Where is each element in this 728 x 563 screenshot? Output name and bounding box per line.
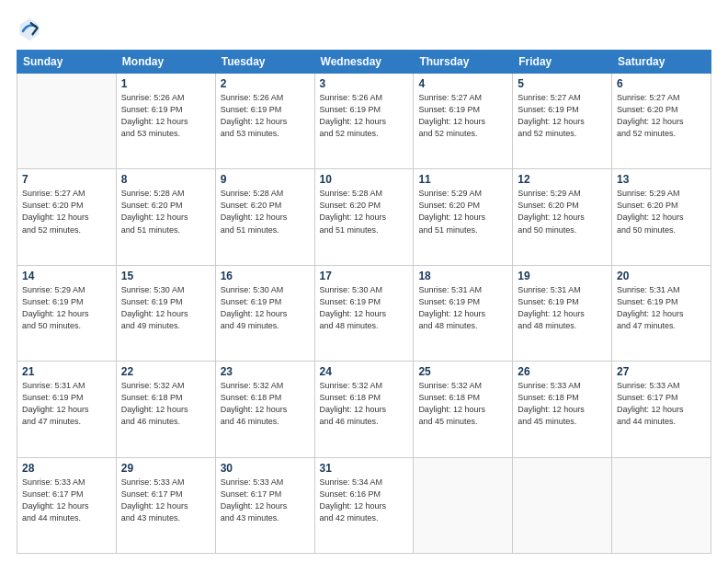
day-info: Sunrise: 5:27 AM Sunset: 6:19 PM Dayligh… — [518, 92, 607, 140]
week-row-1: 1Sunrise: 5:26 AM Sunset: 6:19 PM Daylig… — [17, 74, 711, 169]
calendar-header-wednesday: Wednesday — [314, 51, 414, 74]
calendar-cell: 12Sunrise: 5:29 AM Sunset: 6:20 PM Dayli… — [513, 169, 612, 265]
day-number: 20 — [617, 270, 706, 282]
day-info: Sunrise: 5:31 AM Sunset: 6:19 PM Dayligh… — [418, 284, 507, 332]
day-info: Sunrise: 5:32 AM Sunset: 6:18 PM Dayligh… — [121, 380, 210, 428]
day-number: 31 — [320, 462, 409, 475]
calendar-cell: 2Sunrise: 5:26 AM Sunset: 6:19 PM Daylig… — [215, 74, 314, 169]
day-number: 21 — [22, 365, 111, 378]
logo — [17, 17, 46, 42]
calendar-cell: 30Sunrise: 5:33 AM Sunset: 6:17 PM Dayli… — [215, 457, 314, 553]
calendar-cell — [17, 74, 117, 169]
week-row-5: 28Sunrise: 5:33 AM Sunset: 6:17 PM Dayli… — [17, 457, 711, 553]
day-info: Sunrise: 5:28 AM Sunset: 6:20 PM Dayligh… — [221, 188, 310, 236]
day-info: Sunrise: 5:29 AM Sunset: 6:20 PM Dayligh… — [418, 188, 507, 236]
day-info: Sunrise: 5:27 AM Sunset: 6:20 PM Dayligh… — [617, 92, 706, 140]
logo-icon — [17, 17, 42, 42]
calendar-cell: 23Sunrise: 5:32 AM Sunset: 6:18 PM Dayli… — [215, 362, 314, 457]
calendar-header-saturday: Saturday — [612, 51, 711, 74]
day-info: Sunrise: 5:32 AM Sunset: 6:18 PM Dayligh… — [320, 380, 409, 428]
day-info: Sunrise: 5:29 AM Sunset: 6:20 PM Dayligh… — [617, 188, 706, 236]
day-info: Sunrise: 5:29 AM Sunset: 6:19 PM Dayligh… — [22, 284, 111, 332]
calendar-cell: 14Sunrise: 5:29 AM Sunset: 6:19 PM Dayli… — [17, 265, 117, 361]
day-info: Sunrise: 5:27 AM Sunset: 6:19 PM Dayligh… — [418, 92, 507, 140]
day-number: 8 — [121, 173, 210, 186]
day-info: Sunrise: 5:33 AM Sunset: 6:17 PM Dayligh… — [22, 477, 111, 524]
day-info: Sunrise: 5:28 AM Sunset: 6:20 PM Dayligh… — [121, 188, 210, 236]
calendar-header-tuesday: Tuesday — [215, 51, 314, 74]
calendar-header-friday: Friday — [513, 51, 612, 74]
calendar-cell: 20Sunrise: 5:31 AM Sunset: 6:19 PM Dayli… — [612, 265, 711, 361]
day-info: Sunrise: 5:33 AM Sunset: 6:17 PM Dayligh… — [121, 477, 210, 524]
day-number: 1 — [121, 77, 210, 90]
day-number: 15 — [121, 270, 210, 282]
day-number: 13 — [617, 173, 706, 186]
calendar-header-sunday: Sunday — [17, 51, 117, 74]
calendar-cell: 6Sunrise: 5:27 AM Sunset: 6:20 PM Daylig… — [612, 74, 711, 169]
day-number: 22 — [121, 365, 210, 378]
day-number: 12 — [518, 173, 607, 186]
week-row-2: 7Sunrise: 5:27 AM Sunset: 6:20 PM Daylig… — [17, 169, 711, 265]
day-number: 3 — [320, 77, 409, 90]
calendar-cell: 13Sunrise: 5:29 AM Sunset: 6:20 PM Dayli… — [612, 169, 711, 265]
day-number: 24 — [320, 365, 409, 378]
week-row-3: 14Sunrise: 5:29 AM Sunset: 6:19 PM Dayli… — [17, 265, 711, 361]
calendar-table: SundayMondayTuesdayWednesdayThursdayFrid… — [17, 50, 711, 554]
header — [17, 17, 711, 42]
calendar-header-monday: Monday — [116, 51, 215, 74]
day-number: 27 — [617, 365, 706, 378]
day-number: 16 — [221, 270, 310, 282]
day-info: Sunrise: 5:30 AM Sunset: 6:19 PM Dayligh… — [121, 284, 210, 332]
calendar-cell: 29Sunrise: 5:33 AM Sunset: 6:17 PM Dayli… — [116, 457, 215, 553]
day-number: 19 — [518, 270, 607, 282]
calendar-cell: 21Sunrise: 5:31 AM Sunset: 6:19 PM Dayli… — [17, 362, 117, 457]
day-info: Sunrise: 5:26 AM Sunset: 6:19 PM Dayligh… — [320, 92, 409, 140]
day-info: Sunrise: 5:31 AM Sunset: 6:19 PM Dayligh… — [518, 284, 607, 332]
day-info: Sunrise: 5:32 AM Sunset: 6:18 PM Dayligh… — [418, 380, 507, 428]
day-info: Sunrise: 5:30 AM Sunset: 6:19 PM Dayligh… — [221, 284, 310, 332]
calendar-cell: 3Sunrise: 5:26 AM Sunset: 6:19 PM Daylig… — [314, 74, 414, 169]
day-number: 5 — [518, 77, 607, 90]
day-number: 11 — [418, 173, 507, 186]
day-info: Sunrise: 5:28 AM Sunset: 6:20 PM Dayligh… — [320, 188, 409, 236]
day-number: 29 — [121, 462, 210, 475]
day-number: 30 — [221, 462, 310, 475]
calendar-header-row: SundayMondayTuesdayWednesdayThursdayFrid… — [17, 51, 711, 74]
day-info: Sunrise: 5:33 AM Sunset: 6:17 PM Dayligh… — [221, 477, 310, 524]
day-number: 18 — [418, 270, 507, 282]
calendar-cell: 27Sunrise: 5:33 AM Sunset: 6:17 PM Dayli… — [612, 362, 711, 457]
day-number: 14 — [22, 270, 111, 282]
calendar-cell: 8Sunrise: 5:28 AM Sunset: 6:20 PM Daylig… — [116, 169, 215, 265]
day-info: Sunrise: 5:27 AM Sunset: 6:20 PM Dayligh… — [22, 188, 111, 236]
calendar-cell: 19Sunrise: 5:31 AM Sunset: 6:19 PM Dayli… — [513, 265, 612, 361]
day-number: 4 — [418, 77, 507, 90]
day-info: Sunrise: 5:32 AM Sunset: 6:18 PM Dayligh… — [221, 380, 310, 428]
calendar-cell: 9Sunrise: 5:28 AM Sunset: 6:20 PM Daylig… — [215, 169, 314, 265]
calendar-cell: 15Sunrise: 5:30 AM Sunset: 6:19 PM Dayli… — [116, 265, 215, 361]
calendar-header-thursday: Thursday — [414, 51, 513, 74]
day-number: 9 — [221, 173, 310, 186]
day-number: 25 — [418, 365, 507, 378]
calendar-cell: 25Sunrise: 5:32 AM Sunset: 6:18 PM Dayli… — [414, 362, 513, 457]
day-number: 28 — [22, 462, 111, 475]
day-number: 26 — [518, 365, 607, 378]
day-number: 10 — [320, 173, 409, 186]
day-info: Sunrise: 5:30 AM Sunset: 6:19 PM Dayligh… — [320, 284, 409, 332]
calendar-cell: 26Sunrise: 5:33 AM Sunset: 6:18 PM Dayli… — [513, 362, 612, 457]
calendar-cell — [414, 457, 513, 553]
calendar-cell: 31Sunrise: 5:34 AM Sunset: 6:16 PM Dayli… — [314, 457, 414, 553]
day-number: 6 — [617, 77, 706, 90]
day-number: 7 — [22, 173, 111, 186]
calendar-cell: 4Sunrise: 5:27 AM Sunset: 6:19 PM Daylig… — [414, 74, 513, 169]
day-number: 23 — [221, 365, 310, 378]
page: SundayMondayTuesdayWednesdayThursdayFrid… — [0, 0, 728, 563]
day-number: 2 — [221, 77, 310, 90]
calendar-cell: 11Sunrise: 5:29 AM Sunset: 6:20 PM Dayli… — [414, 169, 513, 265]
calendar-cell: 7Sunrise: 5:27 AM Sunset: 6:20 PM Daylig… — [17, 169, 117, 265]
calendar-cell: 17Sunrise: 5:30 AM Sunset: 6:19 PM Dayli… — [314, 265, 414, 361]
day-info: Sunrise: 5:34 AM Sunset: 6:16 PM Dayligh… — [320, 477, 409, 524]
day-info: Sunrise: 5:33 AM Sunset: 6:17 PM Dayligh… — [617, 380, 706, 428]
day-number: 17 — [320, 270, 409, 282]
day-info: Sunrise: 5:26 AM Sunset: 6:19 PM Dayligh… — [221, 92, 310, 140]
calendar-cell: 10Sunrise: 5:28 AM Sunset: 6:20 PM Dayli… — [314, 169, 414, 265]
